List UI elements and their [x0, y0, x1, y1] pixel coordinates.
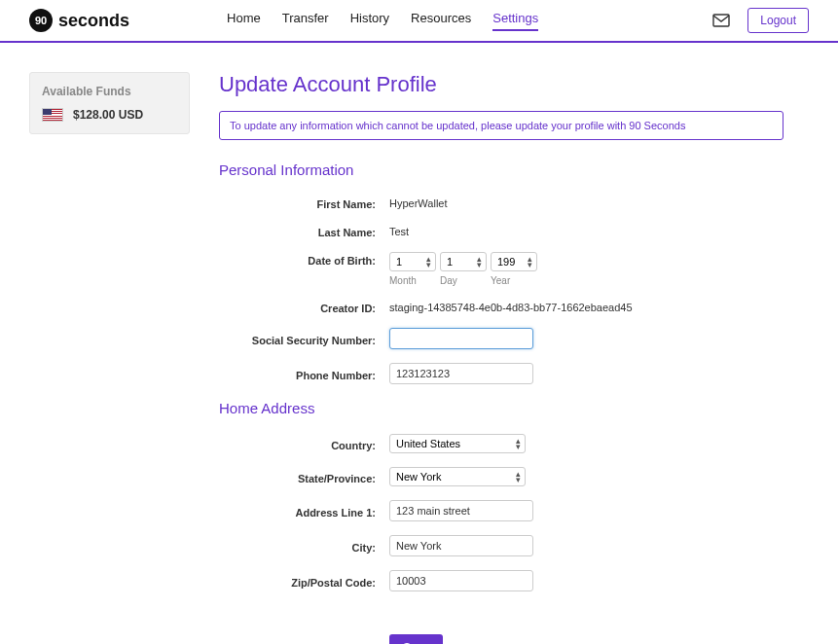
section-personal: Personal Information	[219, 161, 783, 178]
phone-input[interactable]	[389, 363, 533, 384]
row-zip: Zip/Postal Code:	[219, 570, 783, 591]
label-creator-id: Creator ID:	[219, 300, 389, 314]
page-container: Available Funds $128.00 USD Update Accou…	[0, 43, 838, 644]
sublabel-month: Month	[389, 275, 436, 286]
logout-button[interactable]: Logout	[747, 8, 809, 33]
dob-month-select[interactable]: 1	[389, 252, 436, 271]
us-flag-icon	[42, 108, 63, 122]
value-last-name: Test	[389, 226, 783, 237]
row-addr1: Address Line 1:	[219, 500, 783, 521]
sublabel-year: Year	[491, 275, 537, 286]
nav-home[interactable]: Home	[227, 11, 261, 31]
logo-mark-icon: 90	[29, 9, 53, 32]
section-address: Home Address	[219, 400, 783, 416]
ssn-input[interactable]	[389, 328, 533, 349]
row-country: Country: United States▴▾	[219, 434, 783, 453]
address-line-1-input[interactable]	[389, 500, 533, 521]
svg-rect-0	[713, 15, 729, 26]
main-nav: Home Transfer History Resources Settings	[227, 11, 538, 31]
sublabel-day: Day	[440, 275, 487, 286]
mail-icon[interactable]	[712, 14, 730, 27]
dob-controls: 1▴▾ 1▴▾ 1990▴▾ Month Day Year	[389, 252, 783, 286]
update-notice: To update any information which cannot b…	[219, 111, 783, 140]
label-country: Country:	[219, 437, 389, 451]
logo-text: seconds	[58, 11, 129, 31]
row-state: State/Province: New York▴▾	[219, 467, 783, 486]
row-dob: Date of Birth: 1▴▾ 1▴▾ 1990▴▾ Month Day …	[219, 252, 783, 286]
page-title: Update Account Profile	[219, 72, 783, 97]
row-ssn: Social Security Number:	[219, 328, 783, 349]
zip-input[interactable]	[389, 570, 533, 591]
row-last-name: Last Name: Test	[219, 224, 783, 238]
label-dob: Date of Birth:	[219, 252, 389, 267]
dob-year-select[interactable]: 1990	[491, 252, 537, 271]
label-phone: Phone Number:	[219, 367, 389, 381]
label-state: State/Province:	[219, 470, 389, 484]
dob-day-select[interactable]: 1	[440, 252, 487, 271]
label-addr1: Address Line 1:	[219, 504, 389, 519]
logo[interactable]: 90 seconds	[29, 9, 129, 32]
available-funds-card: Available Funds $128.00 USD	[29, 72, 190, 134]
label-city: City:	[219, 539, 389, 554]
nav-history[interactable]: History	[350, 11, 389, 31]
country-select[interactable]: United States	[389, 434, 526, 453]
city-input[interactable]	[389, 535, 533, 556]
row-city: City:	[219, 535, 783, 556]
row-first-name: First Name: HyperWallet	[219, 196, 783, 210]
value-first-name: HyperWallet	[389, 197, 783, 209]
main-content: Update Account Profile To update any inf…	[219, 72, 783, 644]
funds-amount: $128.00 USD	[73, 108, 143, 122]
nav-transfer[interactable]: Transfer	[282, 11, 329, 31]
row-phone: Phone Number:	[219, 363, 783, 384]
label-zip: Zip/Postal Code:	[219, 574, 389, 589]
save-row: Save	[219, 605, 783, 644]
label-ssn: Social Security Number:	[219, 332, 389, 346]
header-right: Logout	[712, 8, 809, 33]
header: 90 seconds Home Transfer History Resourc…	[0, 0, 838, 43]
row-creator-id: Creator ID: staging-14385748-4e0b-4d83-b…	[219, 300, 783, 314]
funds-title: Available Funds	[42, 85, 177, 98]
save-button[interactable]: Save	[389, 634, 443, 644]
nav-resources[interactable]: Resources	[411, 11, 471, 31]
funds-row: $128.00 USD	[42, 108, 177, 122]
label-first-name: First Name:	[219, 196, 389, 210]
sidebar: Available Funds $128.00 USD	[29, 72, 190, 644]
value-creator-id: staging-14385748-4e0b-4d83-bb77-1662ebae…	[389, 302, 783, 313]
label-last-name: Last Name:	[219, 224, 389, 238]
state-select[interactable]: New York	[389, 467, 526, 486]
nav-settings[interactable]: Settings	[492, 11, 538, 31]
